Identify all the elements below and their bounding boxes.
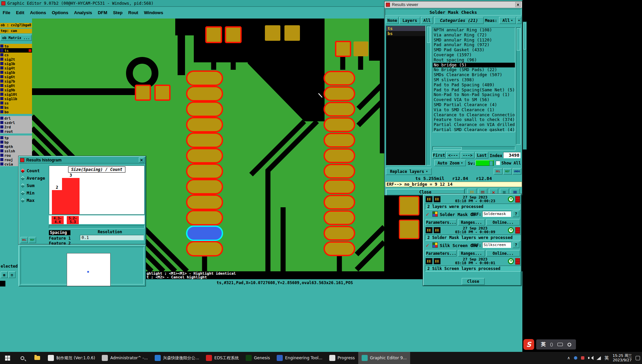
layer-row[interactable]: sig2t <box>0 57 32 61</box>
gear-icon[interactable] <box>568 343 571 346</box>
parameters-button[interactable]: Parameters... <box>426 250 457 256</box>
histogram-del-button[interactable]: DEL <box>21 237 28 243</box>
menu-item[interactable]: File <box>3 10 10 15</box>
next-button[interactable]: ---> <box>461 152 475 158</box>
stat-radio[interactable]: Sum <box>21 182 45 189</box>
menu-item[interactable]: Windows <box>144 10 163 15</box>
menu-item[interactable]: Analysis <box>74 10 92 15</box>
checkbox-check-icon[interactable]: ✓ <box>426 243 430 248</box>
layer-color-square[interactable] <box>0 149 3 152</box>
results-viewer-title-bar[interactable]: Results viewer × <box>385 1 522 8</box>
field-spacing[interactable]: Spacing <box>49 230 70 235</box>
layer-color-square[interactable] <box>0 62 3 65</box>
category-row[interactable]: Pad annular Ring (972) <box>433 42 515 48</box>
stat-radio[interactable]: Min <box>21 189 45 196</box>
layer-color-square[interactable] <box>0 97 3 100</box>
menu-item[interactable]: DFM <box>98 10 107 15</box>
layer-color-square[interactable] <box>0 162 3 165</box>
layer-color-square[interactable] <box>0 53 3 56</box>
netlist-icon[interactable] <box>426 227 432 233</box>
layer-row[interactable]: 2rd <box>0 125 32 129</box>
histogram-scrollbar[interactable] <box>49 225 145 229</box>
categories-dropdown[interactable]: Categories (21) <box>434 17 484 24</box>
category-row[interactable]: No bridge (5) <box>433 63 515 68</box>
category-row[interactable]: SMD annular Ring (1120) <box>433 38 515 43</box>
layers-scrollbar[interactable] <box>426 26 431 165</box>
netlist-icon[interactable] <box>426 196 432 202</box>
layer-row[interactable]: sig4t <box>0 66 32 70</box>
show-all-checkbox[interactable] <box>496 161 500 165</box>
stat-radio[interactable]: Max <box>21 196 45 204</box>
layer-row[interactable]: npth <box>0 144 32 149</box>
layer-color-square[interactable] <box>0 71 3 74</box>
result-layer-row[interactable]: bs <box>386 31 425 36</box>
layer-color-square[interactable] <box>0 93 3 96</box>
mini-action-button[interactable]: DEL <box>494 168 502 175</box>
layer-row[interactable]: ts <box>0 48 32 53</box>
layer-color-square[interactable] <box>0 106 3 109</box>
taskbar-item[interactable]: 兴森快捷衡阳分公... <box>151 352 203 364</box>
layer-row[interactable]: sig5b <box>0 70 32 74</box>
layer-color-square[interactable] <box>0 121 3 124</box>
layer-row[interactable]: drl <box>0 116 32 120</box>
layer-row[interactable]: sig3b <box>0 61 32 66</box>
snap-toggle-button[interactable]: ▤ <box>8 271 16 278</box>
layer-row[interactable]: rout <box>0 129 32 133</box>
tray-app-icon[interactable] <box>581 356 584 360</box>
layer-color-square[interactable] <box>0 88 3 91</box>
layer-row[interactable]: sig11b <box>0 96 32 101</box>
layer-color-square[interactable] <box>0 75 3 78</box>
ranges-button[interactable]: Ranges... <box>458 250 485 256</box>
category-row[interactable]: Covered VIA to SM (56) <box>433 97 515 102</box>
categories-vscrollbar[interactable] <box>516 27 521 145</box>
layer-color-square[interactable] <box>0 125 3 128</box>
menu-item[interactable]: Options <box>52 10 68 15</box>
ranges-button[interactable]: Ranges... <box>458 219 485 225</box>
scrollbar-thumb[interactable] <box>427 27 430 43</box>
taskbar-item[interactable]: EDS工程系统 <box>203 352 242 364</box>
close-button[interactable]: Close <box>462 278 485 285</box>
sv-color-swatch[interactable] <box>476 160 494 166</box>
layer-color-square[interactable] <box>0 158 3 161</box>
category-row[interactable]: NPTH annular Ring (108) <box>433 28 515 33</box>
first-button[interactable]: First <box>432 152 446 158</box>
layer-color-square[interactable] <box>0 101 3 104</box>
category-row[interactable]: SM slivers (398) <box>433 78 515 83</box>
input-language-indicator[interactable]: 英 <box>605 355 609 361</box>
layer-row[interactable]: cs <box>0 53 32 57</box>
mini-action-button[interactable]: REF <box>503 168 512 175</box>
tray-app-icon[interactable] <box>574 356 577 360</box>
category-row[interactable]: SMD Pad Gasket (433) <box>433 48 515 53</box>
meas-dropdown[interactable]: All ▼ <box>499 17 516 24</box>
mini-action-button[interactable]: UNDO <box>513 168 521 175</box>
zoom-in-icon[interactable] <box>508 227 514 233</box>
layer-row[interactable]: sslsh <box>0 149 32 153</box>
meas-arrow-button[interactable]: ▼ <box>517 17 521 24</box>
category-row[interactable]: Coverage (1597) <box>433 53 515 58</box>
vertical-scrollbar[interactable] <box>523 22 527 150</box>
category-row[interactable]: Via annular Ring (72) <box>433 33 515 38</box>
category-row[interactable]: Feature too small to check (374) <box>433 117 515 122</box>
layer-color-square[interactable] <box>0 145 3 148</box>
filter-layers-button[interactable]: Layers <box>399 17 420 24</box>
histogram-title-bar[interactable]: Results histogram × <box>19 157 145 163</box>
online-button[interactable]: Online... <box>486 250 520 256</box>
file-explorer-button[interactable] <box>30 352 44 364</box>
layer-color-square[interactable] <box>0 44 3 48</box>
field-feature1[interactable]: Feature 1 <box>49 236 71 241</box>
layer-row[interactable]: sig10t <box>0 92 32 96</box>
histogram-ref-button[interactable]: REF <box>29 237 36 243</box>
close-icon[interactable]: × <box>515 2 521 7</box>
zoom-in-icon[interactable] <box>508 258 514 264</box>
layer-color-square[interactable] <box>0 84 3 87</box>
zoom-in-icon[interactable] <box>508 196 514 202</box>
previous-button[interactable]: <--- <box>446 152 460 158</box>
alert-icon[interactable] <box>515 258 520 265</box>
category-row[interactable]: Pad to Pad Spacing (489) <box>433 83 515 88</box>
stat-radio[interactable]: Count <box>21 167 45 174</box>
category-row[interactable]: Clearance to Clearance Connectio <box>433 113 515 118</box>
erf-input[interactable]: Soldermask <box>482 211 511 217</box>
filter-all-button[interactable]: All <box>421 17 433 24</box>
layer-row[interactable]: sig6t <box>0 74 32 79</box>
layer-row[interactable]: bp <box>0 140 32 144</box>
